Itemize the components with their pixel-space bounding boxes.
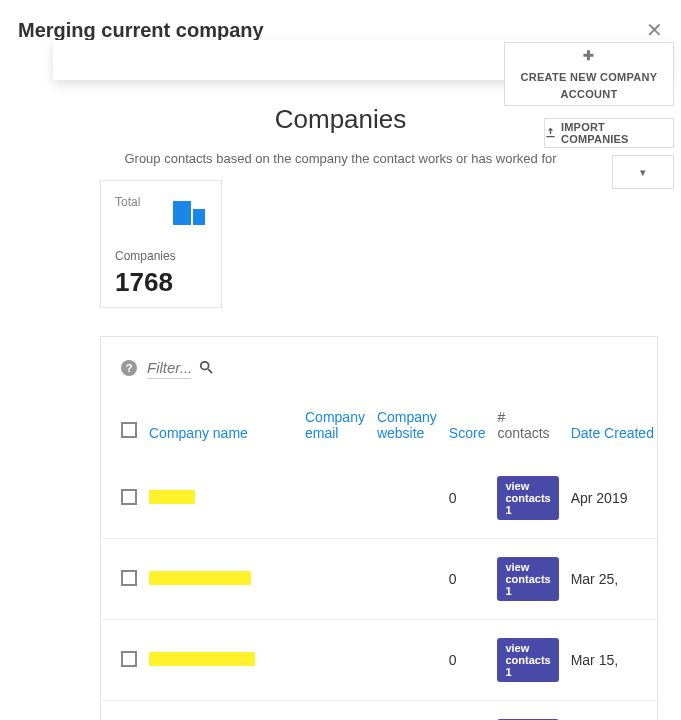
page-subtitle: Group contacts based on the company the … (0, 151, 681, 166)
svg-rect-1 (193, 209, 205, 225)
column-company-email[interactable]: Company email (299, 395, 371, 458)
table-header-row: Company name Company email Company websi… (101, 395, 658, 458)
companies-table-container: ? Company name Company email Company web… (100, 336, 658, 720)
date-cell: Mar 15, (565, 620, 658, 701)
search-icon[interactable] (199, 360, 213, 377)
table-row: 0view contacts 1Apr 2019 (101, 458, 658, 539)
upload-icon (545, 127, 556, 140)
date-cell: Apr 2019 (565, 458, 658, 539)
view-contacts-button[interactable]: view contacts 1 (497, 638, 558, 682)
table-row: 0view contacts 1Mar 15, (101, 620, 658, 701)
svg-rect-6 (181, 209, 184, 212)
svg-rect-11 (176, 219, 179, 222)
svg-rect-13 (186, 219, 189, 222)
import-button-label: IMPORT COMPANIES (561, 121, 673, 145)
svg-point-18 (201, 361, 209, 369)
svg-rect-16 (195, 217, 198, 220)
svg-rect-9 (181, 214, 184, 217)
score-cell: 0 (443, 701, 492, 721)
svg-rect-3 (181, 204, 184, 207)
company-name-redacted[interactable] (149, 652, 255, 666)
column-score[interactable]: Score (443, 395, 492, 458)
company-name-redacted[interactable] (149, 490, 195, 504)
table-row: 0view contacts 1Mar 25, (101, 539, 658, 620)
select-all-checkbox[interactable] (121, 422, 137, 438)
buildings-icon (171, 195, 207, 231)
svg-rect-14 (195, 212, 198, 215)
svg-rect-17 (200, 217, 203, 220)
filter-input[interactable] (147, 357, 191, 379)
date-cell: Mar 12, (565, 701, 658, 721)
close-icon[interactable]: ✕ (646, 18, 663, 42)
score-cell: 0 (443, 620, 492, 701)
view-contacts-button[interactable]: view contacts 1 (497, 476, 558, 520)
plus-icon: ✚ (583, 46, 594, 66)
column-contacts: # contacts (491, 395, 564, 458)
table-row: 0view contacts 1Mar 12, (101, 701, 658, 721)
help-icon[interactable]: ? (121, 360, 137, 376)
svg-rect-12 (181, 219, 184, 222)
row-checkbox[interactable] (121, 651, 137, 667)
companies-label: Companies (115, 249, 207, 263)
row-checkbox[interactable] (121, 489, 137, 505)
svg-rect-2 (176, 204, 179, 207)
svg-line-19 (208, 369, 212, 373)
svg-rect-4 (186, 204, 189, 207)
svg-rect-10 (186, 214, 189, 217)
options-dropdown-button[interactable]: ▾ (612, 155, 674, 189)
row-checkbox[interactable] (121, 570, 137, 586)
column-company-name[interactable]: Company name (143, 395, 299, 458)
column-date-created[interactable]: Date Created (565, 395, 658, 458)
date-cell: Mar 25, (565, 539, 658, 620)
score-cell: 0 (443, 539, 492, 620)
modal-title: Merging current company (18, 19, 264, 42)
column-company-website[interactable]: Company website (371, 395, 443, 458)
score-cell: 0 (443, 458, 492, 539)
svg-rect-5 (176, 209, 179, 212)
create-new-company-button[interactable]: ✚ CREATE NEW COMPANY ACCOUNT (504, 42, 674, 106)
import-companies-button[interactable]: IMPORT COMPANIES (544, 118, 674, 148)
svg-rect-8 (176, 214, 179, 217)
companies-count: 1768 (115, 267, 207, 298)
chevron-down-icon: ▾ (640, 166, 646, 179)
total-companies-card: Total Companies 1768 (100, 180, 222, 308)
view-contacts-button[interactable]: view contacts 1 (497, 557, 558, 601)
svg-rect-7 (186, 209, 189, 212)
svg-rect-15 (200, 212, 203, 215)
company-name-redacted[interactable] (149, 571, 251, 585)
create-button-label: CREATE NEW COMPANY ACCOUNT (505, 69, 673, 102)
